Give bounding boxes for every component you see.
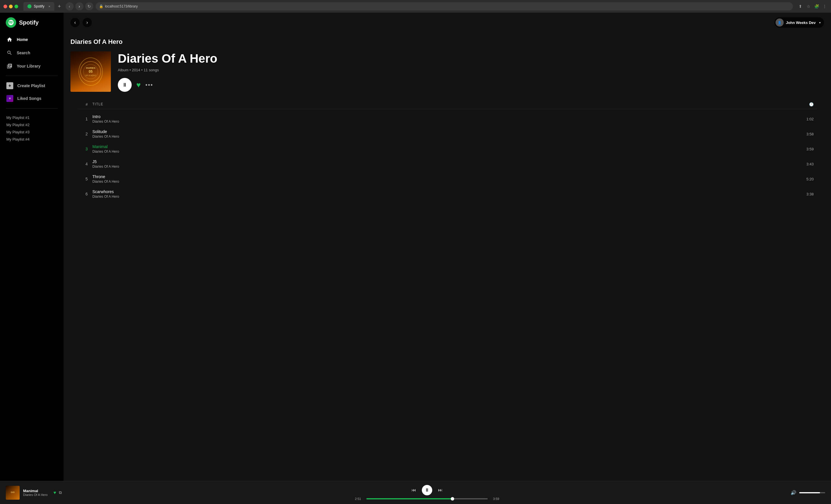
track-duration: 5:20 [796, 177, 814, 181]
browser-nav: ‹ › ↻ [65, 2, 93, 10]
avatar-initials: 👤 [778, 21, 782, 25]
fullscreen-dot[interactable] [15, 5, 18, 8]
track-row[interactable]: 3 Manimal Diaries Of A Hero 3:59 [77, 142, 817, 156]
album-meta: Album • 2014 • 11 songs [118, 68, 824, 72]
sidebar-nav: Home Search Your Library [0, 33, 63, 72]
main-header: ‹ › 👤 John Weeks Dev ▾ [63, 13, 831, 32]
app-container: Spotify Home Search Your Library [0, 13, 831, 481]
sidebar-item-search[interactable]: Search [3, 47, 61, 59]
track-name: Solitude [92, 129, 796, 134]
track-duration: 1:02 [796, 117, 814, 121]
col-duration-header: 🕐 [796, 102, 814, 107]
search-icon [6, 50, 13, 56]
sidebar-item-library[interactable]: Your Library [3, 60, 61, 72]
track-artist: Diaries Of A Hero [92, 135, 796, 139]
player-pip-button[interactable]: ⧉ [59, 490, 62, 495]
progress-bar-container: 2:51 3:59 [355, 497, 499, 501]
url-text: localhost:5173/library [105, 4, 138, 8]
col-num-header: # [81, 102, 92, 107]
player-controls: ⏮ ⏸ ⏭ [411, 485, 442, 495]
browser-dots [3, 5, 18, 8]
address-bar[interactable]: 🔒 localhost:5173/library [95, 2, 793, 10]
player-pause-button[interactable]: ⏸ [422, 485, 432, 495]
album-type: Album [118, 68, 128, 72]
menu-icon[interactable]: ⋮ [822, 3, 828, 9]
album-more-button[interactable]: ••• [145, 82, 153, 88]
browser-back-button[interactable]: ‹ [65, 2, 74, 10]
skip-back-button[interactable]: ⏮ [411, 487, 416, 493]
track-row[interactable]: 6 Scarwhores Diaries Of A Hero 3:38 [77, 186, 817, 202]
sidebar-search-label: Search [17, 51, 30, 55]
minimize-dot[interactable] [9, 5, 13, 8]
track-artist: Diaries Of A Hero [92, 180, 796, 184]
track-duration: 3:38 [796, 192, 814, 196]
progress-track[interactable] [366, 498, 488, 499]
sidebar-create-playlist[interactable]: + Create Playlist [0, 79, 63, 92]
user-avatar: 👤 [776, 19, 784, 27]
browser-forward-button[interactable]: › [75, 2, 83, 10]
spotify-logo-icon [6, 17, 16, 28]
player-bar: D05 Manimal Diaries Of A Hero ♥ ⧉ ⏮ ⏸ ⏭ … [0, 481, 831, 504]
playlist-item-2[interactable]: My Playlist #2 [6, 121, 57, 128]
track-duration: 3:59 [796, 147, 814, 151]
forward-arrow-button[interactable]: › [83, 18, 92, 27]
back-arrow-button[interactable]: ‹ [70, 18, 80, 27]
home-icon [6, 36, 13, 43]
liked-songs-label: Liked Songs [17, 96, 41, 101]
track-row[interactable]: 4 J5 Diaries Of A Hero 3:43 [77, 156, 817, 172]
track-info: Throne Diaries Of A Hero [92, 174, 796, 184]
playlist-item-3[interactable]: My Playlist #3 [6, 129, 57, 136]
player-heart-button[interactable]: ♥ [53, 490, 56, 495]
album-heart-button[interactable]: ♥ [136, 81, 141, 89]
track-row[interactable]: 2 Solitude Diaries Of A Hero 3:58 [77, 126, 817, 142]
new-tab-button[interactable]: + [58, 3, 61, 9]
album-cover: DIARIES 05 OF A HERO [70, 51, 111, 92]
track-number: 5 [81, 177, 92, 181]
album-page-title: Diaries Of A Hero [70, 38, 824, 46]
clock-icon: 🕐 [809, 102, 814, 107]
tab-close-button[interactable]: × [49, 5, 50, 8]
sidebar-logo: Spotify [0, 17, 63, 33]
volume-bar[interactable] [799, 492, 825, 493]
album-cover-art: DIARIES 05 OF A HERO [70, 51, 111, 92]
track-name: Scarwhores [92, 189, 796, 194]
track-row[interactable]: 1 Intro Diaries Of A Hero 1:02 [77, 112, 817, 126]
album-pause-button[interactable]: ⏸ [118, 78, 132, 92]
playlist-item-4[interactable]: My Playlist #4 [6, 136, 57, 143]
track-artist: Diaries Of A Hero [92, 119, 796, 123]
player-track-actions: ♥ ⧉ [53, 490, 62, 495]
browser-tab[interactable]: Spotify × [23, 2, 54, 11]
close-dot[interactable] [3, 5, 7, 8]
track-duration: 3:43 [796, 162, 814, 166]
track-artist: Diaries Of A Hero [92, 150, 796, 154]
album-year: 2014 [132, 68, 140, 72]
playlist-item-1[interactable]: My Playlist #1 [6, 114, 57, 121]
extensions-icon[interactable]: 🧩 [814, 3, 820, 9]
svg-text:DIARIES: DIARIES [86, 67, 95, 69]
player-track-details: Manimal Diaries Of A Hero [23, 489, 48, 497]
track-row[interactable]: 5 Throne Diaries Of A Hero 5:20 [77, 172, 817, 186]
track-artist: Diaries Of A Hero [92, 195, 796, 199]
sidebar-item-home[interactable]: Home [3, 33, 61, 46]
track-rows-container: 1 Intro Diaries Of A Hero 1:02 2 Solitud… [77, 112, 817, 202]
track-list-header: # Title 🕐 [77, 100, 817, 109]
nav-arrows: ‹ › [70, 18, 92, 27]
track-number: 1 [81, 117, 92, 121]
create-playlist-label: Create Playlist [17, 83, 45, 88]
user-profile[interactable]: 👤 John Weeks Dev ▾ [774, 17, 824, 28]
share-icon[interactable]: ⬆ [798, 3, 803, 9]
skip-forward-button[interactable]: ⏭ [438, 487, 442, 493]
album-info: DIARIES 05 OF A HERO Diaries Of A Hero A… [70, 51, 824, 92]
browser-refresh-button[interactable]: ↻ [85, 2, 93, 10]
sidebar-library-label: Your Library [17, 64, 40, 68]
track-info: Manimal Diaries Of A Hero [92, 144, 796, 154]
track-number: 3 [81, 147, 92, 151]
track-name: J5 [92, 159, 796, 164]
track-number: 6 [81, 192, 92, 196]
sidebar-divider-2 [6, 108, 58, 109]
sidebar-liked-songs[interactable]: ♥ Liked Songs [0, 92, 63, 105]
bookmark-icon[interactable]: ☆ [806, 3, 811, 9]
track-info: Solitude Diaries Of A Hero [92, 129, 796, 139]
total-time: 3:59 [491, 497, 499, 501]
logo-text: Spotify [19, 19, 39, 26]
